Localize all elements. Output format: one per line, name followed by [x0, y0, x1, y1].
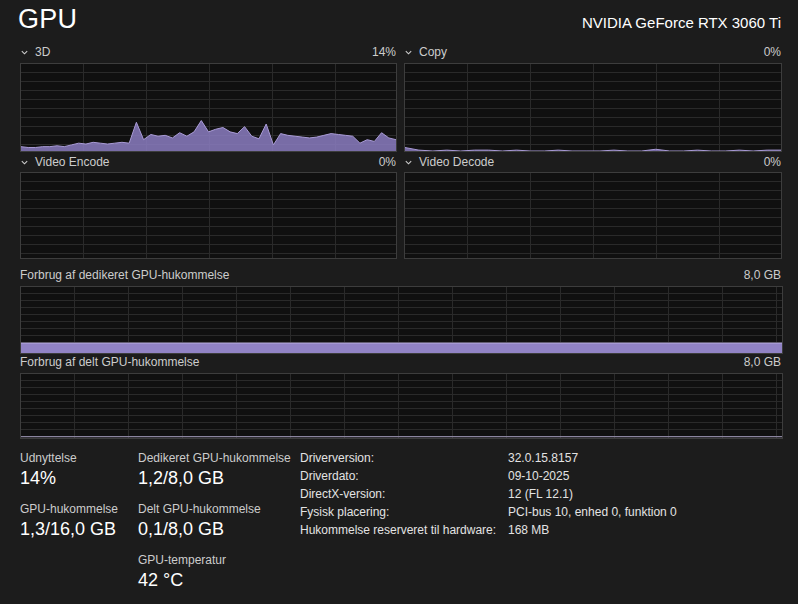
gpu-device-name: NVIDIA GeForce RTX 3060 Ti [582, 14, 781, 31]
detail-physical-location: Fysisk placering: PCI-bus 10, enhed 0, f… [300, 505, 780, 519]
chart-label-copy: Copy [419, 45, 447, 59]
stat-value: 42 °C [138, 570, 226, 591]
chart-label-video-decode: Video Decode [419, 155, 494, 169]
chart-percent-video-decode: 0% [764, 155, 781, 169]
stat-label: GPU-temperatur [138, 553, 226, 567]
detail-hardware-reserved-memory: Hukommelse reserveret til hardware: 168 … [300, 523, 780, 537]
chart-header-video-encode: Video Encode 0% [20, 154, 396, 170]
detail-value: PCI-bus 10, enhed 0, funktion 0 [508, 505, 780, 519]
chart-header-shared-memory: Forbrug af delt GPU-hukommelse 8,0 GB [20, 354, 781, 369]
stat-value: 1,3/16,0 GB [20, 519, 118, 540]
stat-value: 0,1/8,0 GB [138, 519, 261, 540]
chart-copy-utilization[interactable] [404, 63, 782, 152]
chart-header-dedicated-memory: Forbrug af dedikeret GPU-hukommelse 8,0 … [20, 267, 781, 282]
detail-value: 168 MB [508, 523, 780, 537]
detail-value: 09-10-2025 [508, 469, 780, 483]
stat-utilization: Udnyttelse 14% [20, 451, 77, 489]
chart-header-3d: 3D 14% [20, 44, 396, 60]
chart-header-video-decode: Video Decode 0% [404, 154, 781, 170]
chart-shared-memory[interactable] [20, 373, 783, 439]
chart-video-decode[interactable] [404, 172, 782, 259]
stat-value: 14% [20, 468, 77, 489]
chart-percent-video-encode: 0% [379, 155, 396, 169]
stat-label: Dedikeret GPU-hukommelse [138, 451, 291, 465]
chevron-down-icon[interactable] [20, 158, 29, 167]
stat-shared-memory: Delt GPU-hukommelse 0,1/8,0 GB [138, 502, 261, 540]
chart-label-video-encode: Video Encode [35, 155, 110, 169]
detail-label: Driverdato: [300, 469, 508, 483]
detail-value: 12 (FL 12.1) [508, 487, 780, 501]
stat-label: GPU-hukommelse [20, 502, 118, 516]
chart-percent-3d: 14% [372, 45, 396, 59]
detail-label: Fysisk placering: [300, 505, 508, 519]
detail-value: 32.0.15.8157 [508, 451, 780, 465]
stat-gpu-memory: GPU-hukommelse 1,3/16,0 GB [20, 502, 118, 540]
chevron-down-icon[interactable] [20, 48, 29, 57]
detail-directx-version: DirectX-version: 12 (FL 12.1) [300, 487, 780, 501]
detail-driver-date: Driverdato: 09-10-2025 [300, 469, 780, 483]
chart-percent-copy: 0% [764, 45, 781, 59]
chart-header-copy: Copy 0% [404, 44, 781, 60]
chart-3d-utilization[interactable] [20, 63, 397, 152]
stat-value: 1,2/8,0 GB [138, 468, 291, 489]
chevron-down-icon[interactable] [404, 48, 413, 57]
chart-capacity-dedicated-memory: 8,0 GB [744, 268, 781, 282]
chart-dedicated-memory[interactable] [20, 286, 783, 354]
chart-capacity-shared-memory: 8,0 GB [744, 355, 781, 369]
detail-label: Hukommelse reserveret til hardware: [300, 523, 508, 537]
chart-label-shared-memory: Forbrug af delt GPU-hukommelse [20, 355, 199, 369]
stat-gpu-temperature: GPU-temperatur 42 °C [138, 553, 226, 591]
detail-label: Driverversion: [300, 451, 508, 465]
stat-label: Udnyttelse [20, 451, 77, 465]
page-title: GPU [18, 4, 77, 35]
chevron-down-icon[interactable] [404, 158, 413, 167]
stat-label: Delt GPU-hukommelse [138, 502, 261, 516]
detail-driver-version: Driverversion: 32.0.15.8157 [300, 451, 780, 465]
chart-label-dedicated-memory: Forbrug af dedikeret GPU-hukommelse [20, 268, 229, 282]
stat-dedicated-memory: Dedikeret GPU-hukommelse 1,2/8,0 GB [138, 451, 291, 489]
chart-label-3d: 3D [35, 45, 50, 59]
detail-label: DirectX-version: [300, 487, 508, 501]
chart-video-encode[interactable] [20, 172, 397, 259]
